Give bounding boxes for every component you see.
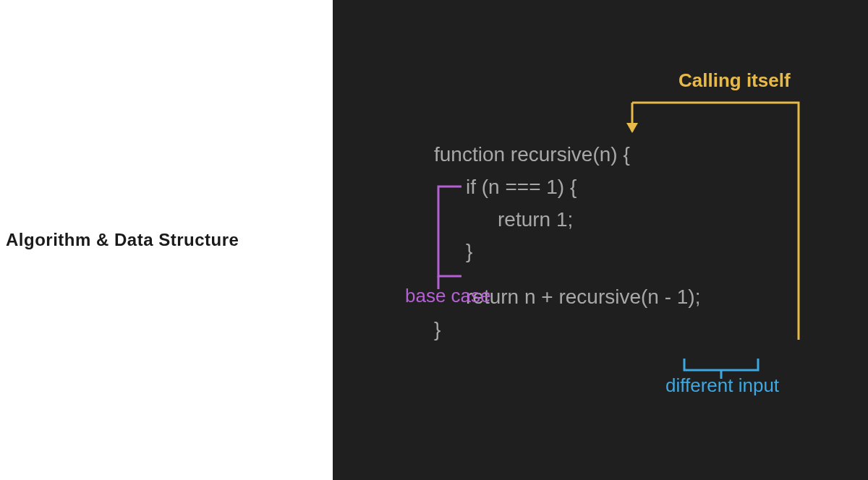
code-line-4: }: [434, 236, 700, 268]
code-block: function recursive(n) { if (n === 1) { r…: [434, 139, 700, 346]
code-line-2: if (n === 1) {: [434, 171, 700, 204]
annotation-different-input: different input: [665, 374, 779, 397]
left-pane: Algorithm & Data Structure: [0, 0, 333, 480]
diagram-pane: function recursive(n) { if (n === 1) { r…: [333, 0, 868, 480]
code-line-3: return 1;: [434, 204, 700, 236]
code-line-1: function recursive(n) {: [434, 139, 700, 171]
code-line-6: }: [434, 314, 700, 346]
page-title: Algorithm & Data Structure: [0, 230, 239, 250]
annotation-calling-itself: Calling itself: [678, 69, 791, 92]
annotation-base-case: base case: [405, 285, 491, 307]
